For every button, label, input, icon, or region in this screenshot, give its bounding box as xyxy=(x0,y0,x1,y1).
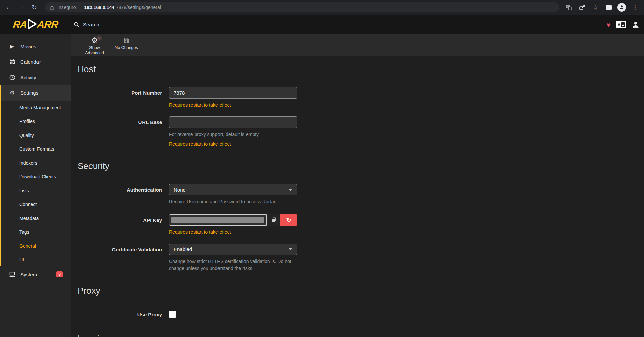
sidebar-sub-label: Download Clients xyxy=(19,174,56,179)
regenerate-api-key-button[interactable]: ↻ xyxy=(280,214,297,226)
no-changes-label: No Changes xyxy=(114,45,138,51)
api-key-redacted-value xyxy=(171,217,264,223)
url-bar[interactable]: Inseguro 192.168.0.144:7878/settings/gen… xyxy=(45,2,559,12)
back-icon[interactable]: ← xyxy=(3,2,14,13)
sidebar-nav: ▶ Movies Calendar Activity ⚙ Settings Me… xyxy=(0,34,71,337)
sidebar-item-quality[interactable]: Quality xyxy=(1,128,71,142)
reload-icon[interactable]: ↻ xyxy=(29,2,40,13)
use-proxy-row: Use Proxy xyxy=(78,309,639,319)
sidebar-item-system[interactable]: System 3 xyxy=(0,266,71,282)
sidebar-sub-label: Media Management xyxy=(19,105,61,110)
sidebar-item-ui[interactable]: UI xyxy=(1,253,71,266)
app-header: RA ARR ♥ AZ xyxy=(0,15,644,34)
save-floppy-icon xyxy=(123,36,129,45)
sidebar-item-connect[interactable]: Connect xyxy=(1,197,71,211)
share-icon[interactable] xyxy=(577,2,587,12)
certificate-validation-selected-value: Enabled xyxy=(174,246,192,252)
sidebar-item-movies[interactable]: ▶ Movies xyxy=(0,38,71,54)
copy-api-key-button[interactable] xyxy=(267,214,280,226)
sidebar-item-label: Movies xyxy=(20,44,36,49)
sidebar-item-profiles[interactable]: Profiles xyxy=(1,114,71,128)
host-section-title: Host xyxy=(78,64,639,78)
laptop-icon xyxy=(9,272,16,277)
search-bar xyxy=(74,20,149,29)
sidebar-item-label: Calendar xyxy=(20,59,41,65)
gears-icon: ⚙ xyxy=(9,90,16,96)
security-status-label: Inseguro xyxy=(57,5,76,10)
page-toolbar: ⚙ × Show Advanced No Changes xyxy=(71,34,644,56)
logo-text-right: ARR xyxy=(36,19,59,30)
sidebar-item-custom-formats[interactable]: Custom Formats xyxy=(1,142,71,156)
url-base-help: For reverse proxy support, default is em… xyxy=(169,131,297,138)
sidebar-item-tags[interactable]: Tags xyxy=(1,225,71,239)
sidebar-item-lists[interactable]: Lists xyxy=(1,184,71,197)
sidebar-item-settings[interactable]: ⚙ Settings xyxy=(1,85,71,101)
search-icon xyxy=(74,22,80,28)
url-host: 192.168.0.144 xyxy=(84,5,114,10)
port-number-row: Port Number Requires restart to take eff… xyxy=(78,87,639,108)
url-base-label: URL Base xyxy=(78,116,162,147)
certificate-validation-select[interactable]: Enabled xyxy=(169,244,297,255)
page-url: 192.168.0.144:7878/settings/general xyxy=(84,5,161,10)
refresh-icon: ↻ xyxy=(286,216,291,224)
api-key-input[interactable] xyxy=(169,214,267,226)
settings-general-page: Host Port Number Requires restart to tak… xyxy=(71,56,644,337)
save-changes-button[interactable]: No Changes xyxy=(112,36,140,51)
sidebar-item-calendar[interactable]: Calendar xyxy=(0,54,71,69)
use-proxy-checkbox[interactable] xyxy=(169,311,176,318)
show-advanced-label: Show Advanced xyxy=(80,45,109,56)
browser-profile-avatar[interactable] xyxy=(617,2,627,12)
show-advanced-button[interactable]: ⚙ × Show Advanced xyxy=(80,36,109,56)
sidebar-sub-label: Quality xyxy=(19,133,34,138)
security-section-title: Security xyxy=(78,161,639,175)
authentication-select[interactable]: None xyxy=(169,184,297,195)
donate-heart-icon[interactable]: ♥ xyxy=(607,21,611,28)
use-proxy-label: Use Proxy xyxy=(78,309,162,319)
sidebar-item-activity[interactable]: Activity xyxy=(0,69,71,85)
sidebar-sub-label: Indexers xyxy=(19,160,37,166)
forward-icon[interactable]: → xyxy=(16,2,27,13)
url-base-restart-warning: Requires restart to take effect xyxy=(169,141,297,147)
logging-section: Logging Log Level Info xyxy=(78,333,639,337)
side-panel-icon[interactable] xyxy=(603,2,614,12)
sidebar-sub-label: Metadata xyxy=(19,216,39,221)
translate-icon[interactable]: G xyxy=(564,2,574,12)
authentication-label: Authentication xyxy=(78,184,162,205)
user-profile-icon[interactable] xyxy=(632,21,639,28)
chevron-down-icon xyxy=(288,189,292,191)
sidebar-item-download-clients[interactable]: Download Clients xyxy=(1,170,71,184)
authentication-selected-value: None xyxy=(174,187,186,193)
advanced-off-badge: × xyxy=(97,35,102,41)
url-base-row: URL Base For reverse proxy support, defa… xyxy=(78,116,639,147)
logo-text-left: RA xyxy=(12,19,28,30)
bookmark-star-icon[interactable]: ☆ xyxy=(590,2,600,12)
copy-icon xyxy=(271,217,276,223)
translate-page-icon[interactable]: AZ xyxy=(616,21,626,28)
port-number-label: Port Number xyxy=(78,87,162,108)
browser-menu-icon[interactable]: ⋮ xyxy=(630,2,640,12)
host-section: Host Port Number Requires restart to tak… xyxy=(78,64,639,147)
certificate-validation-help: Change how strict HTTPS certification va… xyxy=(169,258,297,272)
chevron-down-icon xyxy=(288,248,292,250)
radarr-logo[interactable]: RA ARR xyxy=(0,18,71,31)
advanced-gear-icon: ⚙ × xyxy=(91,36,98,45)
sidebar-item-metadata[interactable]: Metadata xyxy=(1,211,71,225)
url-path: :7878/settings/general xyxy=(114,5,161,10)
sidebar-item-label: Activity xyxy=(20,75,36,80)
url-base-input[interactable] xyxy=(169,116,297,128)
sidebar-item-indexers[interactable]: Indexers xyxy=(1,156,71,170)
sidebar-item-media-management[interactable]: Media Management xyxy=(1,101,71,114)
sidebar-sub-label: UI xyxy=(19,257,24,262)
port-number-input[interactable] xyxy=(169,87,297,99)
sidebar-item-general[interactable]: General xyxy=(1,239,71,253)
api-key-row: API Key ↻ Requires restart to take effec… xyxy=(78,214,639,235)
proxy-section-title: Proxy xyxy=(78,286,639,300)
proxy-section: Proxy Use Proxy xyxy=(78,286,639,319)
sidebar-item-label: Settings xyxy=(20,90,38,96)
browser-toolbar: ← → ↻ Inseguro 192.168.0.144:7878/settin… xyxy=(0,0,644,15)
sidebar-sub-label: Lists xyxy=(19,188,29,193)
api-key-label: API Key xyxy=(78,214,162,235)
insecure-warning-icon xyxy=(49,5,55,10)
search-input[interactable] xyxy=(83,20,149,29)
sidebar-sub-label: Custom Formats xyxy=(19,146,54,152)
